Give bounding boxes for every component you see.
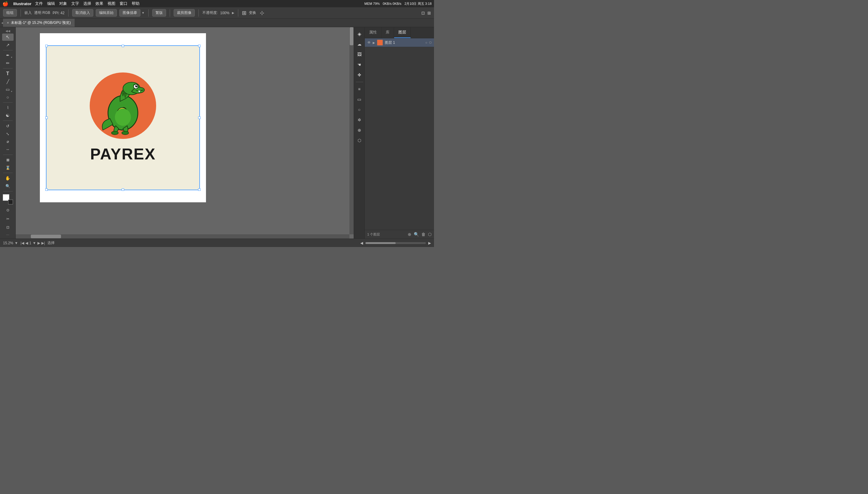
complex-btn[interactable]: 繁版 (152, 9, 166, 17)
image-btn[interactable]: 🖼 (355, 50, 364, 59)
tab-close-btn[interactable]: ✕ (7, 21, 9, 24)
tab-current[interactable]: ✕ 未标题-1* @ 15.2% (RGB/GPU 预览) (3, 19, 75, 27)
image-trace-btn[interactable]: 图像描摹 (119, 9, 140, 17)
menu-file[interactable]: 文件 (35, 1, 43, 6)
blob-icon: ☯ (6, 113, 10, 118)
stroke-swatch[interactable] (8, 200, 13, 205)
zoom-down-arrow[interactable]: ▼ (15, 241, 18, 245)
zoom-tool[interactable]: 🔍 (2, 183, 14, 190)
live-paint-tool[interactable]: ⊙ (2, 206, 14, 214)
menu-object[interactable]: 对象 (59, 1, 67, 6)
scrollbar-thumb-h[interactable] (31, 235, 61, 238)
menu-edit[interactable]: 编辑 (47, 1, 55, 6)
tab-layers[interactable]: 图层 (394, 27, 411, 38)
grid-icon[interactable]: ⊞ (242, 10, 246, 16)
nav-prev[interactable]: ◀ (25, 241, 28, 245)
tab-properties[interactable]: 属性 (365, 27, 381, 38)
panel-right-icon[interactable]: ⊞ (427, 11, 431, 15)
toolbar-divider-4 (170, 10, 170, 17)
transform-panel-btn[interactable]: ⊕ (355, 126, 364, 134)
scrollbar-thumb-v[interactable] (350, 27, 353, 45)
more-tools[interactable]: ··· (6, 232, 9, 237)
eyedropper-tool[interactable]: ⌛ (2, 164, 14, 172)
nav-next-icon[interactable]: ▶ (428, 241, 431, 245)
tab-libraries[interactable]: 库 (381, 27, 394, 38)
pointer-btn[interactable]: ☚ (355, 60, 364, 69)
edit-original-btn[interactable]: 编辑原始 (96, 9, 117, 17)
nav-first[interactable]: |◀ (21, 241, 24, 245)
export-icon: ⬡ (358, 138, 361, 143)
ellipse-tool[interactable]: ○ (2, 94, 14, 101)
scale-tool[interactable]: ⤡ (2, 130, 14, 137)
group-btn[interactable]: 组组 (3, 9, 17, 17)
rectangle-panel-btn[interactable]: ▭ (355, 95, 364, 103)
line-tool[interactable]: ╱ (2, 78, 14, 85)
color-swatches (3, 194, 13, 205)
scissors-tool[interactable]: ✂ (2, 215, 14, 223)
tools-divider-2 (3, 68, 13, 69)
scrollbar-horizontal[interactable] (16, 234, 350, 239)
nav-down-arrow[interactable]: ▼ (33, 241, 36, 245)
opacity-arrow[interactable]: ▶ (232, 11, 234, 15)
canvas-area[interactable]: PAYREX (16, 27, 354, 239)
text-tool[interactable]: T (2, 70, 14, 77)
select-tool[interactable]: ↖ (2, 34, 14, 41)
image-trace-dropdown[interactable]: ▼ (141, 11, 145, 15)
panel-collapse-top[interactable]: ◀◀ (2, 29, 13, 33)
menu-select[interactable]: 选择 (83, 1, 91, 6)
graph-tool[interactable]: ▦ (2, 156, 14, 164)
hand-tool[interactable]: ✋ (2, 174, 14, 182)
menu-window[interactable]: 窗口 (119, 1, 128, 6)
search-layer-icon[interactable]: 🔍 (414, 232, 419, 237)
width-tool[interactable]: ↔ (2, 146, 14, 153)
transform-btn[interactable]: 变换 (249, 10, 256, 15)
crop-btn[interactable]: 裁剪图像 (174, 9, 195, 17)
properties-panel-btn[interactable]: ◈ (355, 30, 364, 38)
libraries-panel-btn[interactable]: ☁ (355, 40, 364, 48)
circle-panel-btn[interactable]: ○ (355, 106, 364, 114)
panel-layout-icon[interactable]: ⊡ (421, 11, 425, 15)
warp-tool[interactable]: ⌀ (2, 138, 14, 145)
gradient-btn[interactable]: ≡ (355, 85, 364, 93)
menu-text[interactable]: 文字 (71, 1, 79, 6)
tools-panel: ◀◀ ↖ ↗ ✒ ▼ ✏ T ╱ ▭ ▼ ○ ⌇ (0, 27, 16, 239)
layer-expand-icon[interactable]: ▶ (373, 41, 375, 44)
layer-eye-icon[interactable]: 👁 (367, 40, 371, 45)
tools-divider-5 (3, 155, 13, 155)
eyedropper-icon: ⌛ (5, 166, 10, 170)
menu-items: 文件 编辑 对象 文字 选择 效果 视图 窗口 帮助 (35, 1, 139, 6)
app-name[interactable]: Illustrator (13, 1, 32, 6)
page-number[interactable]: 1 (29, 241, 32, 245)
export-btn[interactable]: ⬡ (355, 136, 364, 145)
rotate-tool[interactable]: ↺ (2, 122, 14, 130)
layer-name[interactable]: 图层 1 (385, 40, 423, 45)
menu-effect[interactable]: 效果 (95, 1, 103, 6)
nav-prev-icon[interactable]: ◀ (360, 241, 363, 245)
blob-tool[interactable]: ☯ (2, 112, 14, 119)
menu-view[interactable]: 视图 (108, 1, 115, 6)
pencil-tool[interactable]: ✏ (2, 59, 14, 67)
nav-last[interactable]: ▶| (41, 241, 45, 245)
scrollbar-vertical[interactable] (350, 27, 354, 234)
unembed-btn[interactable]: 取消嵌入 (72, 9, 93, 17)
delete-layer-icon[interactable]: 🗑 (421, 232, 426, 237)
opacity-value[interactable]: 100% (220, 11, 229, 15)
nav-next[interactable]: ▶ (37, 241, 40, 245)
direct-select-tool[interactable]: ↗ (2, 41, 14, 49)
layer-item-1[interactable]: 👁 ▶ 图层 1 ○ (365, 38, 434, 47)
swatch-container[interactable] (3, 194, 13, 205)
align-icon[interactable]: ⊹ (260, 10, 264, 16)
light-btn[interactable]: ✲ (355, 116, 364, 124)
new-layer-icon[interactable]: ⊕ (408, 232, 411, 237)
panel-options-icon[interactable]: ⬡ (428, 232, 432, 237)
layer-lock-icon[interactable]: ○ (425, 41, 427, 44)
symbol-btn[interactable]: ✤ (355, 71, 364, 79)
menu-help[interactable]: 帮助 (132, 1, 139, 6)
zoom-value[interactable]: 15.2% (3, 241, 13, 245)
artboard-tool[interactable]: ⊡ (2, 224, 14, 231)
scroll-progress[interactable] (365, 242, 426, 244)
paintbrush-tool[interactable]: ⌇ (2, 104, 14, 111)
pen-tool[interactable]: ✒ ▼ (2, 52, 14, 59)
apple-menu[interactable]: 🍎 (2, 1, 8, 7)
rectangle-tool[interactable]: ▭ ▼ (2, 86, 14, 93)
